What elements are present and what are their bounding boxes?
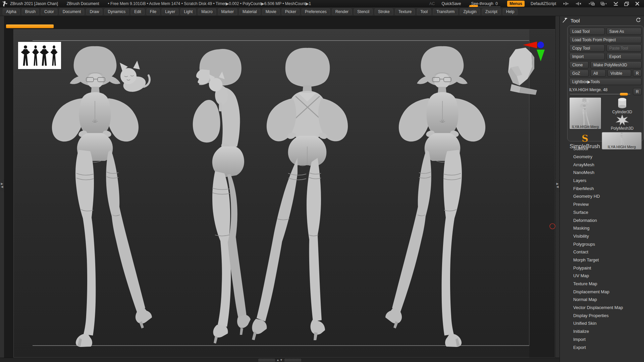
copy-tool-button[interactable]: Copy Tool bbox=[569, 45, 605, 52]
menu-item-picker[interactable]: Picker bbox=[282, 8, 300, 15]
section-geometry[interactable]: Geometry bbox=[560, 153, 644, 161]
svg-text:S: S bbox=[582, 134, 588, 143]
visible-button[interactable]: Visible bbox=[607, 70, 631, 77]
section-uv-map[interactable]: UV Map bbox=[560, 272, 644, 280]
section-polypaint[interactable]: Polypaint bbox=[560, 264, 644, 272]
menu-item-layer[interactable]: Layer bbox=[162, 8, 178, 15]
section-display-properties[interactable]: Display Properties bbox=[560, 311, 644, 319]
slider-r-button[interactable]: R bbox=[633, 88, 642, 95]
section-geometry-hd[interactable]: Geometry HD bbox=[560, 192, 644, 200]
menu-item-light[interactable]: Light bbox=[180, 8, 196, 15]
cylinder3d-tool[interactable]: Cylinder3D bbox=[612, 97, 632, 114]
menu-item-transform[interactable]: Transform bbox=[433, 8, 458, 15]
section-layers[interactable]: Layers bbox=[560, 177, 644, 185]
goz-button[interactable]: GoZ bbox=[569, 70, 589, 77]
current-tool-thumbnail[interactable]: ILYA HIGH Merg bbox=[569, 97, 601, 129]
tray-shutter-right-icon[interactable] bbox=[574, 1, 581, 6]
load-tools-from-project-button[interactable]: Load Tools From Project bbox=[569, 36, 642, 43]
panel-reset-icon[interactable] bbox=[636, 17, 641, 23]
menu-item-stencil[interactable]: Stencil bbox=[354, 8, 373, 15]
section-displacement-map[interactable]: Displacement Map bbox=[560, 288, 644, 296]
section-texture-map[interactable]: Texture Map bbox=[560, 280, 644, 288]
close-icon[interactable] bbox=[634, 1, 641, 6]
menu-item-movie[interactable]: Movie bbox=[262, 8, 280, 15]
see-through-slider[interactable]: See-through 0 bbox=[469, 1, 500, 6]
menus-button[interactable]: Menus bbox=[507, 1, 525, 7]
right-tray-divider-arrows[interactable]: ▶ ◀ bbox=[555, 180, 559, 191]
menu-item-tool[interactable]: Tool bbox=[417, 8, 431, 15]
bottom-divider-handle[interactable] bbox=[284, 359, 301, 362]
menu-item-edit[interactable]: Edit bbox=[131, 8, 145, 15]
menu-item-help[interactable]: Help bbox=[503, 8, 518, 15]
section-normal-map[interactable]: Normal Map bbox=[560, 296, 644, 304]
section-morph-target[interactable]: Morph Target bbox=[560, 256, 644, 264]
menu-item-document[interactable]: Document bbox=[59, 8, 85, 15]
section-initialize[interactable]: Initialize bbox=[560, 327, 644, 336]
section-visibility[interactable]: Visibility bbox=[560, 232, 644, 240]
tool-panel-header: Tool bbox=[560, 16, 644, 25]
bottom-divider-arrows[interactable]: ▲▼ bbox=[275, 358, 284, 362]
tray-shutter-left-icon[interactable] bbox=[564, 1, 570, 6]
tool-slider-handle[interactable] bbox=[620, 93, 628, 96]
load-tool-button[interactable]: Load Tool bbox=[569, 28, 605, 35]
cascade-left-icon[interactable] bbox=[589, 1, 596, 6]
export-button[interactable]: Export bbox=[606, 53, 642, 60]
axis-z-icon bbox=[537, 42, 544, 48]
sculpt-view-profile bbox=[193, 49, 251, 344]
section-nanomesh[interactable]: NanoMesh bbox=[560, 169, 644, 177]
menu-item-stroke[interactable]: Stroke bbox=[375, 8, 393, 15]
section-arraymesh[interactable]: ArrayMesh bbox=[560, 161, 644, 169]
menu-bar: Alpha Brush Color Document Draw Dynamics… bbox=[0, 7, 644, 16]
section-unified-skin[interactable]: Unified Skin bbox=[560, 319, 644, 327]
bottom-divider-handle[interactable] bbox=[258, 359, 275, 362]
sculpt-canvas[interactable] bbox=[13, 29, 555, 358]
default-zscript-button[interactable]: DefaultZScript bbox=[531, 1, 556, 6]
tool-slider[interactable]: ILYA HIGH Merge. 48 bbox=[569, 86, 631, 95]
section-polygroups[interactable]: Polygroups bbox=[560, 240, 644, 248]
menu-item-marker[interactable]: Marker bbox=[218, 8, 237, 15]
minimize-icon[interactable] bbox=[612, 1, 619, 6]
menu-item-zscript[interactable]: Zscript bbox=[482, 8, 501, 15]
restore-icon[interactable] bbox=[623, 1, 630, 6]
section-surface[interactable]: Surface bbox=[560, 208, 644, 217]
section-export[interactable]: Export bbox=[560, 343, 644, 351]
make-polymesh3d-button[interactable]: Make PolyMesh3D bbox=[590, 61, 642, 68]
menu-item-zplugin[interactable]: Zplugin bbox=[460, 8, 480, 15]
menu-item-render[interactable]: Render bbox=[332, 8, 352, 15]
left-tray-divider-arrows[interactable]: ▶ ◀ bbox=[0, 180, 4, 191]
menu-item-preferences[interactable]: Preferences bbox=[302, 8, 330, 15]
save-as-button[interactable]: Save As bbox=[606, 28, 642, 35]
bottom-tray-strip: ▲▼ bbox=[0, 358, 559, 362]
paste-tool-button: Paste Tool bbox=[606, 45, 642, 52]
menu-item-texture[interactable]: Texture bbox=[395, 8, 415, 15]
quicksave-button[interactable]: QuickSave bbox=[442, 1, 461, 6]
menu-item-alpha[interactable]: Alpha bbox=[3, 8, 20, 15]
reference-thumbnail bbox=[18, 42, 61, 69]
tool-pick-icon bbox=[562, 17, 568, 23]
menu-item-file[interactable]: File bbox=[147, 8, 160, 15]
menu-item-macro[interactable]: Macro bbox=[198, 8, 216, 15]
cascade-right-icon[interactable] bbox=[600, 1, 606, 6]
menu-item-draw[interactable]: Draw bbox=[86, 8, 102, 15]
see-through-handle[interactable] bbox=[469, 5, 478, 7]
section-subtool[interactable]: Subtool bbox=[560, 145, 644, 153]
goz-r-button[interactable]: R bbox=[633, 70, 642, 77]
menu-item-material[interactable]: Material bbox=[239, 8, 260, 15]
menu-item-dynamics[interactable]: Dynamics bbox=[104, 8, 129, 15]
section-preview[interactable]: Preview bbox=[560, 200, 644, 208]
section-deformation[interactable]: Deformation bbox=[560, 216, 644, 224]
lightbox-tools-button[interactable]: Lightbox▶Tools bbox=[569, 78, 642, 85]
all-button[interactable]: All bbox=[590, 70, 606, 77]
section-contact[interactable]: Contact bbox=[560, 248, 644, 256]
menu-item-brush[interactable]: Brush bbox=[22, 8, 39, 15]
section-vector-displacement-map[interactable]: Vector Displacement Map bbox=[560, 304, 644, 312]
cylinder3d-label: Cylinder3D bbox=[612, 110, 632, 114]
menu-item-color[interactable]: Color bbox=[41, 8, 57, 15]
clone-button[interactable]: Clone bbox=[569, 61, 589, 68]
import-button[interactable]: Import bbox=[569, 53, 605, 60]
section-import[interactable]: Import bbox=[560, 336, 644, 344]
section-fibermesh[interactable]: FiberMesh bbox=[560, 184, 644, 192]
polymesh3d-tool[interactable]: PolyMesh3D bbox=[611, 114, 634, 131]
section-masking[interactable]: Masking bbox=[560, 224, 644, 232]
tool-slider-value: 48 bbox=[603, 87, 607, 92]
